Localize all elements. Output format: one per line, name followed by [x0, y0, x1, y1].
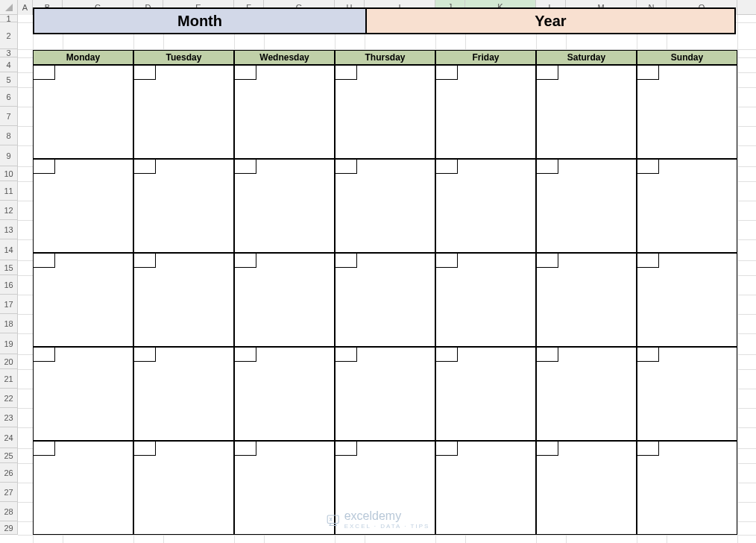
calendar-day-cell[interactable]: [435, 347, 536, 441]
calendar-day-cell[interactable]: [234, 253, 335, 347]
row-header-27[interactable]: 27: [0, 483, 18, 502]
calendar-day-cell[interactable]: [234, 441, 335, 535]
row-header-1[interactable]: 1: [0, 15, 18, 22]
row-header-23[interactable]: 23: [0, 408, 18, 427]
calendar-day-cell[interactable]: [536, 347, 637, 441]
row-header-12[interactable]: 12: [0, 201, 18, 220]
calendar-day-cell[interactable]: [335, 347, 435, 441]
row-header-5[interactable]: 5: [0, 72, 18, 87]
row-header-13[interactable]: 13: [0, 220, 18, 239]
row-header-4[interactable]: 4: [0, 57, 18, 72]
row-header-3[interactable]: 3: [0, 49, 18, 57]
row-header-20[interactable]: 20: [0, 354, 18, 369]
day-header-tuesday[interactable]: Tuesday: [133, 50, 234, 65]
row-header-16[interactable]: 16: [0, 275, 18, 295]
date-number-box[interactable]: [234, 159, 256, 174]
day-header-thursday[interactable]: Thursday: [335, 50, 435, 65]
date-number-box[interactable]: [637, 253, 659, 268]
date-number-box[interactable]: [33, 253, 55, 268]
date-number-box[interactable]: [133, 441, 156, 456]
calendar-day-cell[interactable]: [637, 253, 737, 347]
row-header-2[interactable]: 2: [0, 22, 18, 49]
row-header-9[interactable]: 9: [0, 145, 18, 166]
calendar-day-cell[interactable]: [637, 347, 737, 441]
date-number-box[interactable]: [536, 441, 558, 456]
date-number-box[interactable]: [637, 159, 659, 174]
date-number-box[interactable]: [335, 441, 357, 456]
date-number-box[interactable]: [335, 253, 357, 268]
date-number-box[interactable]: [435, 441, 458, 456]
calendar-day-cell[interactable]: [33, 441, 133, 535]
date-number-box[interactable]: [335, 65, 357, 80]
date-number-box[interactable]: [335, 347, 357, 362]
calendar-day-cell[interactable]: [637, 441, 737, 535]
date-number-box[interactable]: [33, 441, 55, 456]
calendar-day-cell[interactable]: [335, 65, 435, 159]
day-header-sunday[interactable]: Sunday: [637, 50, 737, 65]
calendar-day-cell[interactable]: [133, 347, 234, 441]
calendar-day-cell[interactable]: [335, 253, 435, 347]
date-number-box[interactable]: [435, 253, 458, 268]
calendar-day-cell[interactable]: [234, 347, 335, 441]
date-number-box[interactable]: [234, 347, 256, 362]
date-number-box[interactable]: [435, 65, 458, 80]
date-number-box[interactable]: [536, 253, 558, 268]
calendar-day-cell[interactable]: [33, 253, 133, 347]
calendar-day-cell[interactable]: [133, 441, 234, 535]
row-header-19[interactable]: 19: [0, 333, 18, 354]
row-header-8[interactable]: 8: [0, 126, 18, 145]
date-number-box[interactable]: [335, 159, 357, 174]
date-number-box[interactable]: [234, 441, 256, 456]
calendar-day-cell[interactable]: [33, 65, 133, 159]
calendar-day-cell[interactable]: [133, 65, 234, 159]
row-header-21[interactable]: 21: [0, 369, 18, 389]
date-number-box[interactable]: [133, 347, 156, 362]
calendar-day-cell[interactable]: [536, 441, 637, 535]
month-title-cell[interactable]: Month: [33, 7, 367, 34]
calendar-day-cell[interactable]: [637, 65, 737, 159]
date-number-box[interactable]: [536, 159, 558, 174]
calendar-day-cell[interactable]: [33, 347, 133, 441]
date-number-box[interactable]: [435, 159, 458, 174]
calendar-day-cell[interactable]: [536, 253, 637, 347]
calendar-day-cell[interactable]: [435, 253, 536, 347]
row-header-28[interactable]: 28: [0, 502, 18, 521]
date-number-box[interactable]: [133, 253, 156, 268]
date-number-box[interactable]: [536, 65, 558, 80]
date-number-box[interactable]: [133, 159, 156, 174]
row-header-25[interactable]: 25: [0, 448, 18, 463]
date-number-box[interactable]: [33, 347, 55, 362]
day-header-wednesday[interactable]: Wednesday: [234, 50, 335, 65]
date-number-box[interactable]: [234, 253, 256, 268]
row-header-10[interactable]: 10: [0, 166, 18, 181]
calendar-day-cell[interactable]: [234, 65, 335, 159]
row-header-7[interactable]: 7: [0, 107, 18, 126]
date-number-box[interactable]: [133, 65, 156, 80]
row-header-11[interactable]: 11: [0, 181, 18, 201]
date-number-box[interactable]: [637, 441, 659, 456]
date-number-box[interactable]: [33, 65, 55, 80]
day-header-saturday[interactable]: Saturday: [536, 50, 637, 65]
row-header-15[interactable]: 15: [0, 260, 18, 275]
row-header-22[interactable]: 22: [0, 389, 18, 408]
year-title-cell[interactable]: Year: [367, 7, 736, 34]
row-header-29[interactable]: 29: [0, 521, 18, 535]
calendar-day-cell[interactable]: [536, 159, 637, 253]
select-all-corner[interactable]: [0, 0, 18, 15]
row-header-17[interactable]: 17: [0, 295, 18, 314]
calendar-day-cell[interactable]: [637, 159, 737, 253]
calendar-day-cell[interactable]: [335, 159, 435, 253]
calendar-day-cell[interactable]: [133, 159, 234, 253]
calendar-day-cell[interactable]: [33, 159, 133, 253]
calendar-day-cell[interactable]: [435, 441, 536, 535]
date-number-box[interactable]: [637, 65, 659, 80]
date-number-box[interactable]: [536, 347, 558, 362]
calendar-day-cell[interactable]: [133, 253, 234, 347]
calendar-day-cell[interactable]: [536, 65, 637, 159]
row-header-18[interactable]: 18: [0, 314, 18, 333]
date-number-box[interactable]: [234, 65, 256, 80]
day-header-friday[interactable]: Friday: [435, 50, 536, 65]
day-header-monday[interactable]: Monday: [33, 50, 133, 65]
row-header-14[interactable]: 14: [0, 239, 18, 260]
date-number-box[interactable]: [435, 347, 458, 362]
